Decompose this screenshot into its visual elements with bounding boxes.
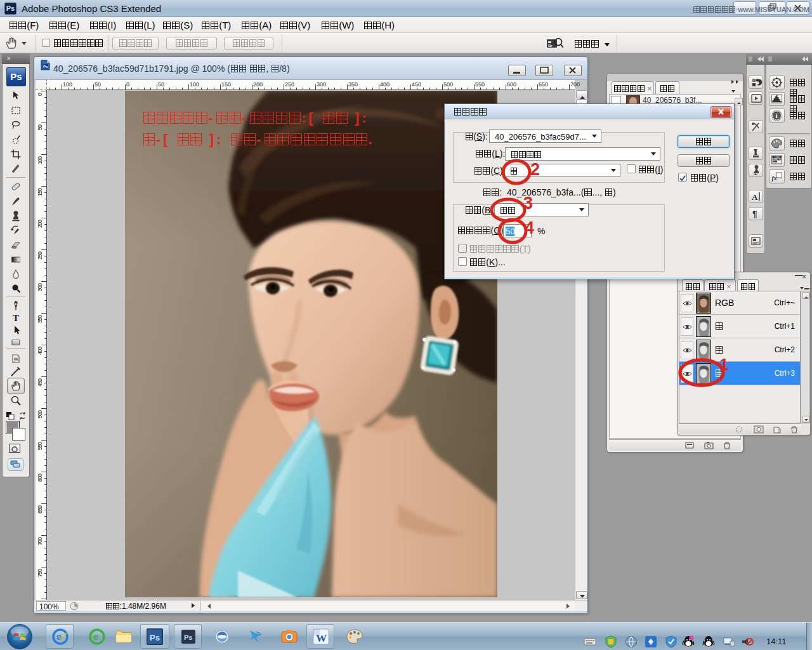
svg-text:A: A [752,192,758,202]
svg-text:fx: fx [772,175,777,182]
svg-text:Ps: Ps [43,65,48,69]
svg-text:Br: Br [548,44,553,48]
svg-text:e: e [56,632,62,642]
svg-text:1: 1 [719,355,728,374]
svg-text:Ps: Ps [150,633,160,642]
svg-text:Ps: Ps [184,633,192,641]
svg-text:e: e [93,631,98,642]
svg-text:W: W [316,632,327,644]
svg-text:i: i [776,112,778,119]
svg-text:T: T [13,313,19,323]
svg-text:¶: ¶ [752,209,757,219]
